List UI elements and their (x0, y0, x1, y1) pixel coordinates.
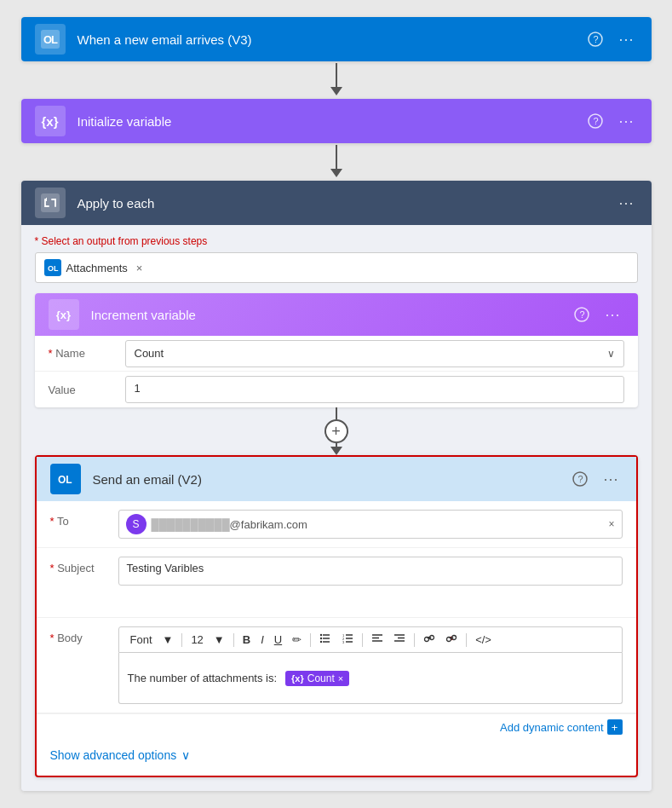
send-email-more-btn[interactable]: ··· (600, 469, 622, 490)
unordered-list-btn[interactable] (315, 631, 336, 649)
bold-btn[interactable]: B (238, 632, 255, 648)
apply-to-each-card: Apply to each ··· * Select an output fro… (21, 181, 652, 791)
toolbar-sep-3 (310, 633, 311, 647)
init-variable-more-btn[interactable]: ··· (615, 111, 637, 132)
init-variable-icon: {x} (35, 106, 66, 136)
svg-text:OL: OL (48, 264, 59, 273)
add-step-btn[interactable]: + (325, 419, 348, 443)
send-email-card: OL Send an email (V2) ? ··· (35, 455, 638, 777)
font-size-selector[interactable]: 12 (187, 632, 207, 648)
subject-field: Testing Varibles (118, 557, 623, 609)
increment-variable-title: Increment variable (91, 308, 571, 322)
svg-text:?: ? (594, 116, 599, 126)
to-label: * To (50, 510, 118, 528)
trigger-more-btn[interactable]: ··· (615, 29, 637, 50)
send-email-actions: ? ··· (569, 469, 622, 490)
svg-point-36 (447, 638, 451, 642)
value-input[interactable]: 1 (125, 376, 624, 403)
add-dynamic-row: Add dynamic content + (37, 713, 636, 740)
unlink-btn[interactable] (441, 631, 462, 649)
svg-text:?: ? (580, 309, 585, 320)
select-output-label: * Select an output from previous steps (35, 235, 638, 247)
svg-point-33 (425, 638, 429, 642)
show-advanced-chevron: ∨ (181, 748, 190, 762)
svg-rect-6 (41, 193, 60, 212)
apply-more-btn[interactable]: ··· (615, 193, 637, 214)
subject-input[interactable] (118, 557, 623, 586)
trigger-card: OL When a new email arrives (V3) ? ··· (21, 17, 652, 61)
body-static-text: The number of attachments is: (128, 672, 278, 684)
increment-variable-help-btn[interactable]: ? (571, 305, 593, 324)
init-variable-header: {x} Initialize variable ? ··· (21, 99, 652, 143)
trigger-help-btn[interactable]: ? (584, 30, 606, 49)
name-dropdown-arrow: ∨ (607, 348, 615, 360)
body-label: * Body (50, 626, 118, 644)
toolbar-sep-1 (181, 633, 182, 647)
italic-btn[interactable]: I (256, 632, 268, 648)
align-right-btn[interactable] (389, 632, 410, 648)
send-email-header: OL Send an email (V2) ? ··· (37, 457, 636, 501)
init-variable-title: Initialize variable (78, 114, 585, 129)
body-toolbar: Font ▼ 12 ▼ B I U ✏ (118, 626, 623, 653)
attachments-close-btn[interactable]: × (136, 262, 143, 274)
subject-row: * Subject Testing Varibles (37, 548, 636, 618)
to-field: S ██████████@fabrikam.com × (118, 510, 623, 539)
apply-title: Apply to each (78, 196, 616, 211)
arrow-2 (330, 143, 342, 181)
svg-point-20 (320, 641, 322, 643)
toolbar-sep-6 (466, 633, 467, 647)
send-email-title: Send an email (V2) (93, 472, 570, 487)
svg-text:3: 3 (342, 640, 345, 644)
code-btn[interactable]: </> (471, 632, 496, 648)
increment-variable-more-btn[interactable]: ··· (601, 304, 623, 326)
name-dropdown[interactable]: Count ∨ (125, 340, 624, 367)
value-label: Value (49, 384, 125, 396)
add-dynamic-plus-icon: + (607, 719, 623, 735)
svg-point-18 (320, 634, 322, 636)
value-row: Value 1 (35, 372, 638, 407)
svg-text:OL: OL (58, 474, 72, 486)
to-close-btn[interactable]: × (608, 518, 614, 530)
count-tag-icon: {x} (291, 673, 304, 684)
toolbar-sep-5 (414, 633, 415, 647)
to-email-text: ██████████@fabrikam.com (152, 518, 604, 531)
body-field: Font ▼ 12 ▼ B I U ✏ (118, 626, 623, 704)
font-size-dropdown-btn[interactable]: ▼ (210, 632, 229, 648)
align-left-btn[interactable] (367, 632, 388, 648)
body-row: * Body Font ▼ 12 ▼ B (37, 618, 636, 713)
count-tag-close-btn[interactable]: × (338, 673, 343, 684)
attachments-icon: OL (44, 259, 61, 276)
count-tag-label: Count (307, 672, 335, 684)
subject-label: * Subject (50, 557, 118, 574)
svg-text:?: ? (578, 474, 583, 484)
increment-variable-actions: ? ··· (571, 304, 623, 326)
font-dropdown-btn[interactable]: ▼ (158, 632, 178, 648)
to-input[interactable]: S ██████████@fabrikam.com × (118, 510, 623, 539)
trigger-icon: OL (35, 24, 66, 55)
increment-variable-card: {x} Increment variable ? ··· * N (35, 293, 638, 407)
init-variable-card: {x} Initialize variable ? ··· (21, 99, 652, 143)
attachments-field[interactable]: OL Attachments × (35, 252, 638, 283)
svg-point-19 (320, 638, 322, 639)
send-email-help-btn[interactable]: ? (569, 470, 591, 488)
link-btn[interactable] (419, 631, 439, 649)
init-variable-actions: ? ··· (584, 111, 637, 132)
font-selector[interactable]: Font (126, 632, 157, 648)
pencil-btn[interactable]: ✏ (288, 632, 306, 648)
count-dynamic-tag: {x} Count × (285, 671, 349, 686)
name-row: * Name Count ∨ (35, 336, 638, 372)
toolbar-sep-4 (362, 633, 363, 647)
arrow-1 (330, 61, 342, 99)
increment-variable-header: {x} Increment variable ? ··· (35, 293, 638, 336)
add-dynamic-btn[interactable]: Add dynamic content + (500, 719, 622, 735)
ordered-list-btn[interactable]: 123 (337, 631, 358, 649)
body-content[interactable]: The number of attachments is: {x} Count … (118, 653, 623, 704)
svg-text:?: ? (594, 34, 599, 44)
show-advanced-btn[interactable]: Show advanced options ∨ (50, 748, 191, 762)
underline-btn[interactable]: U (270, 632, 286, 648)
increment-variable-icon: {x} (49, 299, 79, 330)
name-label: * Name (49, 347, 125, 360)
trigger-actions: ? ··· (584, 29, 637, 50)
send-email-body: * To S ██████████@fabrikam.com × (37, 501, 636, 776)
init-variable-help-btn[interactable]: ? (584, 112, 606, 130)
